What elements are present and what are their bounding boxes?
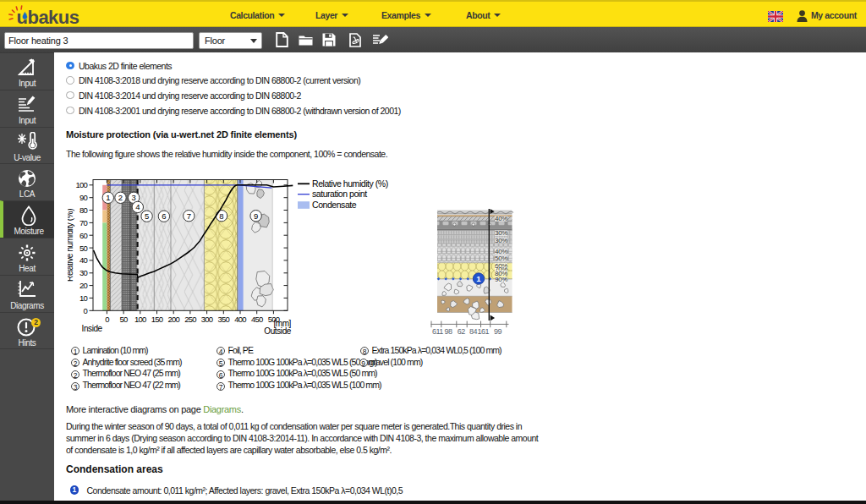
svg-text:99: 99: [494, 327, 502, 336]
svg-text:80: 80: [79, 205, 87, 215]
svg-text:200: 200: [167, 315, 179, 324]
svg-text:1: 1: [106, 193, 110, 202]
svg-text:40: 40: [79, 255, 87, 265]
svg-text:0: 0: [105, 315, 109, 324]
svg-text:Relative humidity (%): Relative humidity (%): [312, 178, 388, 189]
svg-text:9: 9: [254, 211, 258, 221]
svg-text:30%: 30%: [495, 237, 507, 244]
svg-text:10: 10: [79, 293, 87, 303]
svg-text:70: 70: [79, 218, 87, 227]
svg-text:5: 5: [145, 211, 149, 221]
svg-text:150: 150: [151, 315, 163, 324]
svg-text:84: 84: [469, 327, 478, 336]
svg-text:Condensate: Condensate: [312, 200, 357, 210]
svg-text:98: 98: [444, 327, 452, 336]
svg-text:3: 3: [132, 193, 136, 202]
svg-text:50%: 50%: [495, 255, 507, 262]
svg-text:50: 50: [79, 244, 87, 253]
svg-text:90: 90: [79, 193, 87, 202]
svg-text:161: 161: [478, 327, 490, 336]
svg-text:100: 100: [76, 180, 88, 189]
svg-text:100: 100: [134, 315, 146, 324]
svg-text:90%: 90%: [495, 276, 507, 283]
svg-text:2: 2: [118, 193, 123, 202]
svg-text:Relative humidity (%): Relative humidity (%): [68, 209, 74, 282]
svg-text:50: 50: [120, 315, 128, 324]
svg-text:611: 611: [432, 327, 443, 336]
svg-text:saturation point: saturation point: [312, 189, 367, 199]
svg-text:400: 400: [234, 315, 246, 324]
svg-text:40%: 40%: [495, 215, 507, 222]
svg-text:20: 20: [79, 281, 87, 290]
svg-text:1: 1: [476, 274, 481, 283]
svg-text:450: 450: [251, 315, 263, 324]
svg-text:300: 300: [201, 315, 213, 324]
svg-text:Inside: Inside: [82, 324, 103, 333]
svg-text:250: 250: [184, 315, 196, 324]
svg-text:8: 8: [219, 211, 223, 221]
svg-text:60: 60: [79, 231, 87, 240]
svg-text:30: 30: [79, 268, 87, 277]
svg-text:0: 0: [84, 306, 88, 315]
svg-text:4: 4: [135, 202, 140, 211]
svg-text:350: 350: [218, 315, 230, 324]
svg-text:7: 7: [187, 211, 191, 221]
svg-text:6: 6: [162, 211, 166, 221]
svg-text:Outside: Outside: [264, 326, 292, 336]
svg-text:62: 62: [458, 327, 466, 336]
